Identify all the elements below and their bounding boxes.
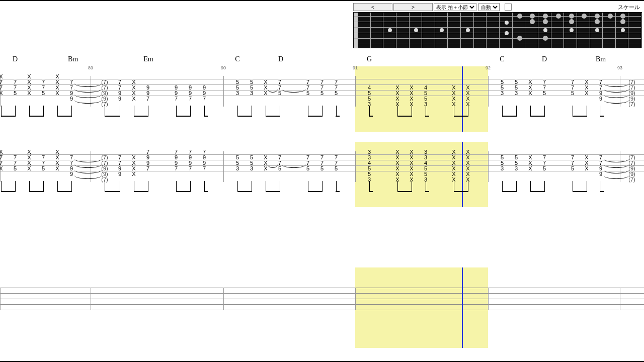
fret-number[interactable]: 5 xyxy=(541,90,548,96)
chord-label: Bm xyxy=(68,55,78,63)
fret-number[interactable]: 9 xyxy=(116,96,123,102)
prev-button[interactable]: < xyxy=(353,3,392,11)
fret-number[interactable]: 5 xyxy=(12,90,19,96)
tab-row-gtr2[interactable]: X77X775XXXX775XXXX7799(7)(7)(9)(9)(7)779… xyxy=(0,127,644,202)
chord-label: C xyxy=(235,55,239,63)
fret-number[interactable]: X xyxy=(262,166,269,171)
fret-number[interactable]: 3 xyxy=(513,166,520,171)
playback-cursor xyxy=(462,66,463,132)
fret-number[interactable]: 5 xyxy=(569,90,576,96)
fret-number[interactable]: 7 xyxy=(187,166,194,171)
fret-number[interactable]: 7 xyxy=(173,96,180,102)
fret-number[interactable]: X xyxy=(26,166,33,171)
fret-number[interactable]: 7 xyxy=(173,166,180,171)
fret-number[interactable]: X xyxy=(54,90,61,96)
fret-number[interactable]: X xyxy=(583,166,590,171)
fret-number[interactable]: X xyxy=(262,90,269,96)
chord-label: D xyxy=(278,55,283,63)
fret-number[interactable]: 7 xyxy=(187,96,194,102)
fret-number[interactable]: 3 xyxy=(499,166,506,171)
tab-row-gtr1[interactable]: DBmEmCDGCDBm8990919293X77X775XXXX775XXXX… xyxy=(0,51,644,127)
fret-number[interactable]: 7 xyxy=(144,96,151,102)
fret-number[interactable]: 9 xyxy=(597,171,604,177)
next-button[interactable]: > xyxy=(393,3,433,11)
fret-number[interactable]: X xyxy=(54,166,61,171)
fret-number[interactable]: (7) xyxy=(628,177,635,183)
fret-number[interactable]: 5 xyxy=(304,90,311,96)
fretboard-toolbar: < > 表示 拍＋小節 自動 スケール xyxy=(353,3,642,11)
fret-number[interactable]: 7 xyxy=(201,166,208,171)
playback-cursor xyxy=(462,142,463,207)
fret-number[interactable]: 9 xyxy=(597,96,604,102)
fret-number[interactable]: 3 xyxy=(248,166,255,171)
fret-number[interactable]: 5 xyxy=(333,90,340,96)
fret-number[interactable]: X xyxy=(130,96,137,102)
fret-number[interactable]: 7 xyxy=(201,96,208,102)
fret-number[interactable]: X xyxy=(26,90,33,96)
fret-number[interactable]: 5 xyxy=(304,166,311,171)
fret-number[interactable]: 5 xyxy=(569,166,576,171)
chord-label: D xyxy=(13,55,18,63)
fret-number[interactable]: 3 xyxy=(248,90,255,96)
fret-number[interactable]: X xyxy=(0,166,5,171)
fretboard[interactable] xyxy=(353,12,642,48)
fret-number[interactable]: 5 xyxy=(318,90,326,96)
fret-number[interactable]: X xyxy=(0,90,5,96)
fret-number[interactable]: X xyxy=(527,166,534,171)
display-select[interactable]: 表示 拍＋小節 xyxy=(434,3,476,11)
fret-number[interactable]: 5 xyxy=(276,90,283,96)
fret-number[interactable]: 5 xyxy=(318,166,326,171)
fret-number[interactable]: X xyxy=(527,90,534,96)
auto-select[interactable]: 自動 xyxy=(478,3,500,11)
fret-number[interactable]: 5 xyxy=(40,166,47,171)
fret-number[interactable]: 9 xyxy=(68,96,75,102)
fret-number[interactable]: (7) xyxy=(628,102,635,107)
fret-number[interactable]: 9 xyxy=(68,171,75,177)
fret-number[interactable]: 3 xyxy=(513,90,520,96)
fret-number[interactable]: 9 xyxy=(116,171,123,177)
fretboard-panel: < > 表示 拍＋小節 自動 スケール xyxy=(353,3,642,48)
fret-number[interactable]: 3 xyxy=(234,166,241,171)
fret-number[interactable]: 5 xyxy=(333,166,340,171)
fret-number[interactable]: 3 xyxy=(499,90,506,96)
chord-label: Bm xyxy=(596,55,606,63)
score-area[interactable]: DBmEmCDGCDBm8990919293X77X775XXXX775XXXX… xyxy=(0,51,644,343)
fret-number[interactable]: 7 xyxy=(144,166,151,171)
chord-label: G xyxy=(367,55,372,63)
fret-number[interactable]: 3 xyxy=(234,90,241,96)
checkbox[interactable] xyxy=(505,4,512,11)
chord-label: Em xyxy=(143,55,153,63)
fret-number[interactable]: X xyxy=(583,90,590,96)
chord-label: D xyxy=(542,55,547,63)
fret-number[interactable]: 5 xyxy=(40,90,47,96)
chord-label: C xyxy=(500,55,504,63)
scale-label: スケール xyxy=(618,4,642,11)
fret-number[interactable]: X xyxy=(130,171,137,177)
fret-number[interactable]: 5 xyxy=(276,166,283,171)
fret-number[interactable]: 5 xyxy=(541,166,548,171)
fret-number[interactable]: 5 xyxy=(12,166,19,171)
tab-row-empty[interactable] xyxy=(0,267,644,343)
